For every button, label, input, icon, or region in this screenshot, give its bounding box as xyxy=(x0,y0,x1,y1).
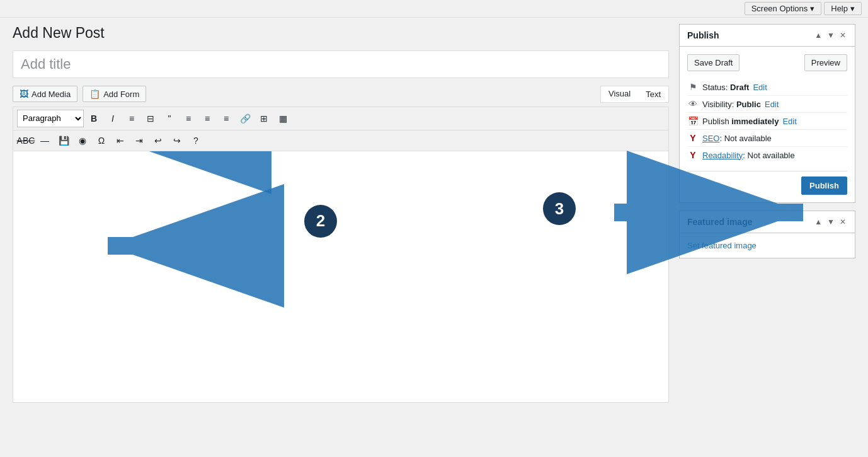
publish-time-row: 📅 Publish immediately Edit xyxy=(687,113,847,130)
publish-btn-row: Publish xyxy=(687,171,847,195)
add-form-icon: 📋 xyxy=(89,89,100,99)
readability-icon: Y xyxy=(687,150,699,160)
visibility-edit-link[interactable]: Edit xyxy=(765,100,779,109)
seo-row: Y SEO: Not available xyxy=(687,130,847,147)
clear-formatting-button[interactable]: ◉ xyxy=(74,132,91,149)
publish-panel-up-button[interactable]: ▲ xyxy=(813,30,823,41)
visibility-row: 👁 Visibility: Public Edit xyxy=(687,96,847,113)
help-editor-button[interactable]: ? xyxy=(187,132,205,149)
blockquote-button[interactable]: " xyxy=(161,110,178,127)
publish-panel: Publish ▲ ▼ ✕ Save Draft Preview ⚑ Statu… xyxy=(679,24,855,203)
publish-meta: ⚑ Status: Draft Edit 👁 Visibility: Publi… xyxy=(687,79,847,163)
arrow-2-svg xyxy=(13,211,334,287)
featured-image-panel-up-button[interactable]: ▲ xyxy=(813,216,823,228)
chevron-down-icon: ▾ xyxy=(810,4,814,13)
publish-actions-row: Save Draft Preview xyxy=(687,54,847,71)
publish-button[interactable]: Publish xyxy=(801,176,847,195)
help-button[interactable]: Help ▾ xyxy=(824,2,862,15)
save-draft-button[interactable]: Save Draft xyxy=(687,54,740,71)
add-form-label: Add Form xyxy=(103,90,139,99)
main-content: Add New Post 🖼 Add Media 📋 Add Form Visu… xyxy=(13,24,669,444)
align-center-button[interactable]: ≡ xyxy=(198,110,216,127)
annotation-badge-2: 2 xyxy=(304,205,337,238)
help-label: Help xyxy=(831,4,848,13)
status-icon: ⚑ xyxy=(687,82,699,92)
status-label: Status: Draft xyxy=(702,83,749,92)
publish-panel-header: Publish ▲ ▼ ✕ xyxy=(680,25,855,47)
featured-image-panel-close-button[interactable]: ✕ xyxy=(838,216,847,228)
redo-button[interactable]: ↪ xyxy=(168,132,186,149)
chevron-down-icon: ▾ xyxy=(850,4,855,13)
bold-button[interactable]: B xyxy=(85,110,103,127)
page-title: Add New Post xyxy=(13,24,669,43)
special-char-button[interactable]: Ω xyxy=(93,132,110,149)
outdent-button[interactable]: ⇤ xyxy=(111,132,129,149)
status-edit-link[interactable]: Edit xyxy=(753,83,767,92)
title-input[interactable] xyxy=(13,50,669,78)
add-media-icon: 🖼 xyxy=(20,89,28,99)
strikethrough-button[interactable]: ABC xyxy=(17,132,35,149)
align-left-button[interactable]: ≡ xyxy=(180,110,197,127)
featured-image-panel: Featured image ▲ ▼ ✕ Set featured image xyxy=(679,211,855,258)
paragraph-select[interactable]: Paragraph Heading 1 Heading 2 Heading 3 … xyxy=(17,110,84,127)
publish-time-edit-link[interactable]: Edit xyxy=(782,117,796,126)
publish-panel-controls: ▲ ▼ ✕ xyxy=(813,30,847,41)
indent-button[interactable]: ⇥ xyxy=(130,132,148,149)
publish-time-icon: 📅 xyxy=(687,116,699,126)
format-toolbar: Paragraph Heading 1 Heading 2 Heading 3 … xyxy=(13,107,669,130)
set-featured-image-link[interactable]: Set featured image xyxy=(687,241,757,250)
featured-image-panel-down-button[interactable]: ▼ xyxy=(826,216,836,228)
sidebar: Publish ▲ ▼ ✕ Save Draft Preview ⚑ Statu… xyxy=(679,24,855,444)
readability-link[interactable]: Readability xyxy=(702,151,743,160)
visibility-label: Visibility: Public xyxy=(702,100,761,109)
undo-button[interactable]: ↩ xyxy=(149,132,167,149)
save-draft-icon-button[interactable]: 💾 xyxy=(55,132,72,149)
align-right-button[interactable]: ≡ xyxy=(217,110,235,127)
seo-icon: Y xyxy=(687,133,699,143)
readability-row: Y Readability: Not available xyxy=(687,147,847,163)
unordered-list-button[interactable]: ≡ xyxy=(123,110,140,127)
visual-text-tabs: Visual Text xyxy=(600,86,669,103)
featured-image-panel-header: Featured image ▲ ▼ ✕ xyxy=(680,211,855,233)
table-button[interactable]: ⊞ xyxy=(255,110,273,127)
publish-panel-title: Publish xyxy=(687,30,719,40)
featured-image-panel-controls: ▲ ▼ ✕ xyxy=(813,216,847,228)
italic-button[interactable]: I xyxy=(104,110,122,127)
more-button[interactable]: ▦ xyxy=(274,110,292,127)
media-buttons: 🖼 Add Media 📋 Add Form xyxy=(13,86,146,102)
status-row: ⚑ Status: Draft Edit xyxy=(687,79,847,96)
add-media-button[interactable]: 🖼 Add Media xyxy=(13,86,77,102)
featured-image-panel-body: Set featured image xyxy=(680,233,855,258)
seo-link[interactable]: SEO xyxy=(702,134,719,143)
visibility-icon: 👁 xyxy=(687,99,699,109)
editor-area[interactable]: 1 2 xyxy=(13,151,669,403)
top-bar: Screen Options ▾ Help ▾ xyxy=(0,0,868,18)
page-wrapper: Add New Post 🖼 Add Media 📋 Add Form Visu… xyxy=(0,18,868,457)
readability-label: Readability: Not available xyxy=(702,151,795,160)
publish-panel-down-button[interactable]: ▼ xyxy=(826,30,836,41)
format-toolbar-row2: ABC — 💾 ◉ Ω ⇤ ⇥ ↩ ↪ ? xyxy=(13,130,669,151)
editor-toolbar-row: 🖼 Add Media 📋 Add Form Visual Text xyxy=(13,86,669,103)
add-form-button[interactable]: 📋 Add Form xyxy=(83,86,146,102)
ordered-list-button[interactable]: ⊟ xyxy=(142,110,159,127)
publish-time-label: Publish immediately xyxy=(702,117,779,126)
preview-button[interactable]: Preview xyxy=(804,54,847,71)
add-media-label: Add Media xyxy=(31,90,71,99)
tab-text[interactable]: Text xyxy=(638,86,668,102)
seo-label: SEO: Not available xyxy=(702,134,772,143)
arrow-1-svg xyxy=(13,151,385,202)
publish-panel-close-button[interactable]: ✕ xyxy=(838,30,847,41)
horizontal-rule-button[interactable]: — xyxy=(36,132,54,149)
link-button[interactable]: 🔗 xyxy=(236,110,254,127)
tab-visual[interactable]: Visual xyxy=(601,86,638,102)
publish-panel-body: Save Draft Preview ⚑ Status: Draft Edit … xyxy=(680,47,855,202)
screen-options-button[interactable]: Screen Options ▾ xyxy=(745,2,822,15)
screen-options-label: Screen Options xyxy=(751,4,808,13)
featured-image-panel-title: Featured image xyxy=(687,217,752,227)
